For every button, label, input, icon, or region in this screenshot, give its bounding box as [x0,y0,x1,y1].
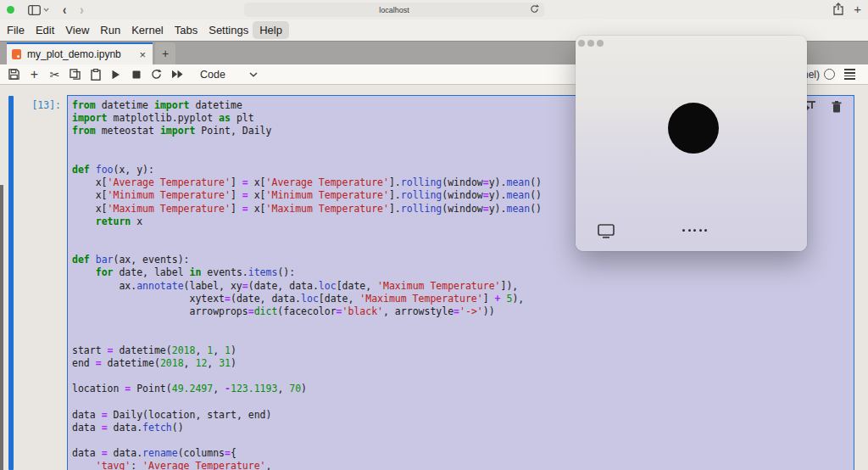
run-cell-icon[interactable] [108,67,123,82]
toolbar-menu-icon[interactable] [844,69,855,80]
chevron-down-icon [249,72,258,77]
code-line [72,434,854,447]
screen: ‹ › localhost + File Edit View Run Kerne… [0,0,868,470]
save-icon[interactable] [7,67,21,82]
code-line: end = datetime(2018, 12, 31) [72,357,854,370]
tab-title: my_plot_demo.ipynb [27,48,121,60]
copy-cell-icon[interactable] [68,67,82,82]
browser-chrome: ‹ › localhost + [0,0,868,20]
forward-button-icon[interactable]: › [80,2,83,19]
cut-cell-icon[interactable]: ✂ [47,67,62,82]
code-line: arrowprops=dict(facecolor='black', arrow… [72,305,854,318]
address-bar[interactable]: localhost [244,3,544,17]
notebook-file-icon [12,49,21,59]
menu-kernel[interactable]: Kernel [125,21,170,39]
address-url: localhost [379,6,409,14]
code-line: data = Daily(location, start, end) [72,409,854,422]
delete-cell-icon[interactable] [832,101,842,113]
insert-cell-icon[interactable]: + [27,67,42,82]
code-line: ax.annotate(label, xy=(date, data.loc[da… [72,280,854,293]
menu-settings[interactable]: Settings [202,21,255,39]
restart-kernel-icon[interactable] [149,67,164,82]
sidebar-toggle-icon[interactable] [28,5,49,15]
window-controls-inactive [578,40,604,47]
reload-icon[interactable] [530,3,539,14]
code-line: location = Point(49.2497, -123.1193, 70) [72,383,854,395]
code-line [72,370,854,383]
browser-new-tab-icon[interactable]: + [854,3,861,15]
camera-overlay-window[interactable] [576,36,807,251]
tab-close-icon[interactable]: × [139,48,146,61]
code-line: xytext=(date, data.loc[date, 'Maximum Te… [72,293,854,305]
black-circle [668,103,719,154]
new-tab-button[interactable]: + [155,42,175,64]
notebook-tab[interactable]: my_plot_demo.ipynb × [7,42,153,64]
code-line [72,331,854,344]
code-line [72,318,854,331]
cell-collapser[interactable] [8,96,14,470]
menu-tabs[interactable]: Tabs [168,21,204,39]
share-icon[interactable] [833,3,843,15]
menu-help[interactable]: Help [253,21,289,39]
code-line: data = data.fetch() [72,422,854,434]
cell-type-dropdown[interactable]: Code [200,69,258,81]
code-line: def bar(ax, events): [72,254,854,266]
code-line: data = data.rename(columns={ [72,447,854,460]
display-icon [598,224,615,238]
code-line [72,395,854,408]
traffic-light-green[interactable] [7,6,14,14]
back-button-icon[interactable]: ‹ [63,2,66,19]
menu-edit[interactable]: Edit [29,21,61,39]
paste-cell-icon[interactable] [88,67,103,82]
stop-kernel-icon[interactable] [129,67,143,82]
menu-file[interactable]: File [0,21,31,39]
menu-run[interactable]: Run [93,21,127,39]
execution-count: [13]: [0,99,61,111]
code-line: 'tavg': 'Average Temperature', [72,460,854,470]
code-line: for date, label in events.items(): [72,266,854,279]
window-edge [0,185,3,470]
code-line: start = datetime(2018, 1, 1) [72,344,854,357]
kernel-status-icon[interactable] [824,69,835,80]
restart-run-all-icon[interactable] [170,67,184,82]
more-dots-icon [682,229,707,232]
menu-view[interactable]: View [58,21,96,39]
